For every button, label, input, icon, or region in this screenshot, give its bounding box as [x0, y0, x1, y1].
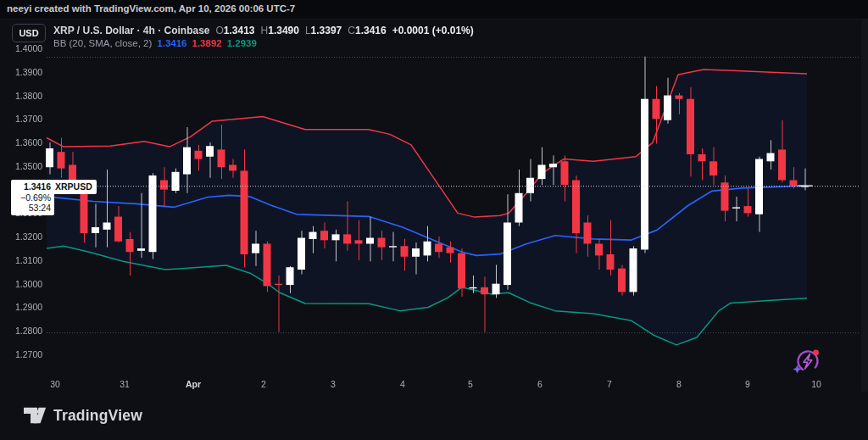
notification-dot [813, 350, 819, 356]
price-axis-label: 1.3200 [15, 231, 42, 242]
low-label: L [305, 25, 311, 36]
price-axis-label: 1.3500 [15, 161, 42, 171]
boost-icon[interactable] [788, 343, 826, 380]
open-value: 1.3413 [224, 25, 255, 36]
price-axis-label: 1.3100 [15, 255, 42, 265]
symbol-title[interactable]: XRP / U.S. Dollar · 4h · Coinbase [53, 25, 209, 36]
tradingview-logo-text: TradingView [53, 407, 142, 425]
last-price-label: 1.3416 −0.69% 53:24 [11, 180, 54, 215]
bb-lower-value: 1.2939 [227, 38, 257, 48]
candlestick-chart-pane[interactable] [0, 0, 868, 440]
change-value: +0.0001 (+0.01%) [392, 25, 474, 36]
time-axis-label: 6 [537, 379, 542, 389]
time-axis-label: 4 [400, 379, 405, 389]
price-axis-label: 1.3800 [15, 91, 42, 101]
time-axis-label: 10 [811, 379, 821, 389]
low-value: 1.3397 [311, 25, 342, 36]
indicator-title[interactable]: BB (20, SMA, close, 2) [53, 38, 152, 48]
time-axis-label: 9 [745, 379, 750, 389]
close-value: 1.3416 [355, 25, 387, 36]
attribution-text: neeyi created with TradingView.com, Apr … [7, 3, 295, 14]
tradingview-logo-icon [24, 406, 47, 425]
close-label: C [348, 25, 355, 36]
lightning-bolt-icon [804, 354, 812, 370]
time-axis-label: 31 [120, 379, 130, 389]
high-value: 1.3490 [268, 25, 299, 36]
last-price-change-pct: −0.69% [13, 192, 51, 203]
currency-toggle-button[interactable]: USD [12, 24, 46, 42]
bb-basis-value: 1.3416 [157, 38, 186, 48]
attribution-bar: neeyi created with TradingView.com, Apr … [0, 0, 868, 19]
time-axis-label: Apr [186, 379, 201, 389]
price-axis-label: 1.3900 [15, 67, 42, 77]
tradingview-logo[interactable]: TradingView [24, 406, 142, 425]
bb-upper-value: 1.3892 [192, 38, 222, 48]
tradingview-chart-window: neeyi created with TradingView.com, Apr … [0, 0, 868, 440]
price-axis-label: 1.3600 [15, 137, 42, 148]
price-axis-label: 1.4000 [15, 43, 42, 53]
time-axis-label: 7 [607, 379, 612, 389]
last-price-value: 1.3416 [13, 181, 51, 192]
logo-bar: TradingView [0, 398, 868, 440]
time-axis-label: 3 [331, 379, 336, 389]
indicator-legend[interactable]: BB (20, SMA, close, 2)1.34161.38921.2939 [53, 38, 257, 50]
time-axis-label: 5 [468, 379, 473, 389]
symbol-legend[interactable]: XRP / U.S. Dollar · 4h · CoinbaseO1.3413… [53, 25, 474, 38]
bar-countdown: 53:24 [13, 203, 51, 214]
price-axis-label: 1.2700 [15, 349, 42, 359]
open-label: O [215, 25, 223, 36]
time-axis-label: 30 [50, 379, 60, 389]
price-axis-label: 1.2800 [15, 326, 42, 336]
price-axis-label: 1.2900 [15, 302, 42, 312]
price-axis-label: 1.3700 [15, 114, 42, 124]
time-axis-label: 2 [261, 379, 266, 389]
right-gutter [861, 19, 868, 392]
time-axis-label: 8 [676, 379, 682, 389]
symbol-tag: XRPUSD [51, 180, 97, 194]
high-label: H [261, 25, 269, 36]
price-axis-label: 1.3000 [15, 279, 42, 289]
